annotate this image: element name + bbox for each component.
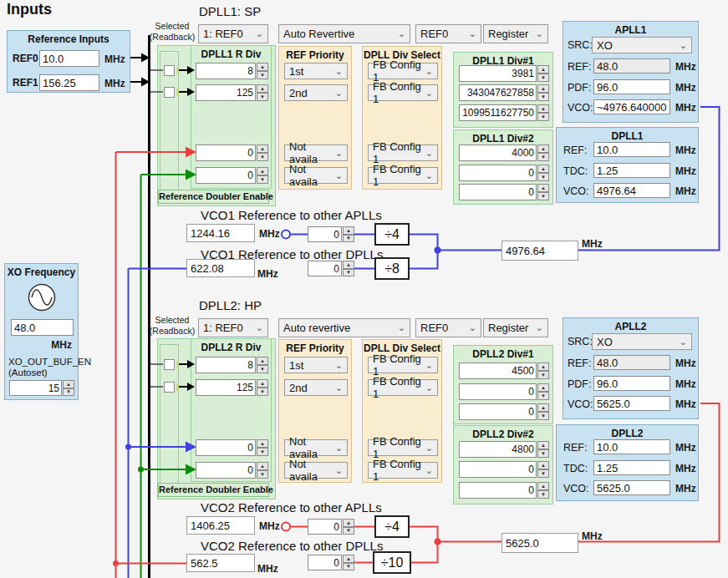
vco2-output-freq[interactable] [501, 533, 578, 553]
spin-up-button[interactable]: ▲ [537, 403, 549, 412]
dpll1-div1-2-value[interactable] [459, 104, 537, 121]
spin-down-button[interactable]: ▼ [257, 365, 268, 373]
dpll1-div1-1-value[interactable] [459, 84, 537, 101]
dpll2-fb-0-select[interactable]: FB Config 1⌄ [368, 357, 438, 373]
dpll2-fb-3-select[interactable]: FB Config 1⌄ [368, 462, 438, 479]
dpll1-div2-0-value[interactable] [459, 144, 537, 161]
vco2-dpll-delay-value[interactable] [308, 555, 342, 570]
dpll1-fb-1-select[interactable]: FB Config 1⌄ [368, 84, 438, 101]
spin-up-button[interactable]: ▲ [537, 482, 549, 490]
dpll1-div1-0-stepper[interactable]: ▲▼ [459, 65, 549, 82]
dpll2-rdiv-1-stepper[interactable]: ▲▼ [196, 379, 268, 396]
spin-up-button[interactable]: ▲ [257, 379, 268, 388]
dpll2-rdiv-2-value[interactable] [196, 439, 256, 456]
vco2-apll-freq[interactable] [186, 516, 255, 535]
dpll1-rdiv-1-value[interactable] [196, 84, 256, 101]
spin-down-button[interactable]: ▼ [343, 235, 354, 243]
apll2-pdf-field[interactable] [593, 376, 670, 391]
dpll1-ref1-doubler-checkbox[interactable] [164, 87, 175, 98]
spin-down-button[interactable]: ▼ [537, 392, 549, 400]
dpll2-div2-2-stepper[interactable]: ▲▼ [459, 482, 549, 499]
dpll1-tdc-field[interactable] [593, 163, 670, 178]
dpll2-mode-select[interactable]: Register ⌄ [483, 318, 548, 337]
spin-down-button[interactable]: ▼ [343, 527, 354, 535]
dpll2-selected-ref-select[interactable]: 1: REF0 ⌄ [198, 318, 268, 337]
spin-down-button[interactable]: ▼ [343, 563, 354, 571]
spin-up-button[interactable]: ▲ [343, 226, 354, 235]
dpll1-priority-1-select[interactable]: 2nd⌄ [284, 84, 348, 101]
dpll2-rdiv-3-stepper[interactable]: ▲▼ [196, 462, 268, 479]
vco1-output-freq[interactable] [501, 241, 578, 261]
spin-up-button[interactable]: ▲ [537, 144, 549, 153]
dpll1-vco-field[interactable] [593, 183, 670, 198]
spin-up-button[interactable]: ▲ [537, 165, 549, 173]
spin-down-button[interactable]: ▼ [257, 388, 268, 396]
vco2-dpll-freq[interactable] [186, 554, 255, 572]
dpll1-priority-2-select[interactable]: Not availa⌄ [284, 144, 348, 161]
vco2-apll-delay-stepper[interactable]: ▲▼ [308, 519, 354, 535]
vco1-apll-delay-stepper[interactable]: ▲▼ [308, 226, 354, 242]
dpll1-div2-0-stepper[interactable]: ▲▼ [459, 144, 549, 161]
vco2-apll-delay-value[interactable] [308, 519, 342, 535]
dpll1-rdiv-1-stepper[interactable]: ▲▼ [196, 84, 268, 101]
dpll2-priority-0-select[interactable]: 1st⌄ [284, 357, 348, 373]
dpll2-div1-1-value[interactable] [459, 383, 537, 400]
spin-up-button[interactable]: ▲ [257, 144, 268, 153]
ref0-freq-input[interactable] [39, 50, 99, 67]
spin-up-button[interactable]: ▲ [343, 261, 354, 269]
spin-down-button[interactable]: ▼ [257, 448, 268, 456]
dpll2-rdiv-3-value[interactable] [196, 462, 256, 479]
spin-down-button[interactable]: ▼ [537, 74, 549, 82]
spin-up-button[interactable]: ▲ [257, 439, 268, 448]
spin-down-button[interactable]: ▼ [537, 93, 549, 101]
dpll2-div1-0-value[interactable] [459, 363, 537, 379]
apll1-src-select[interactable]: XO⌄ [592, 37, 692, 53]
dpll1-rdiv-3-value[interactable] [196, 167, 256, 184]
dpll2-vco-field[interactable] [593, 480, 670, 495]
dpll1-selected-ref-select[interactable]: 1: REF0 ⌄ [198, 24, 268, 43]
spin-up-button[interactable]: ▲ [257, 357, 268, 365]
spin-up-button[interactable]: ▲ [257, 462, 268, 470]
dpll2-ref0-doubler-checkbox[interactable] [164, 359, 175, 370]
spin-up-button[interactable]: ▲ [343, 519, 354, 527]
dpll2-div1-1-stepper[interactable]: ▲▼ [459, 383, 549, 400]
vco1-dpll-delay-stepper[interactable]: ▲▼ [308, 261, 354, 276]
dpll2-rdiv-0-stepper[interactable]: ▲▼ [196, 357, 268, 373]
dpll2-div1-2-stepper[interactable]: ▲▼ [459, 403, 549, 420]
dpll1-rdiv-2-value[interactable] [196, 144, 256, 161]
dpll2-div1-2-value[interactable] [459, 403, 537, 420]
dpll1-fb-3-select[interactable]: FB Config 1⌄ [368, 167, 438, 184]
dpll1-div1-0-value[interactable] [459, 65, 537, 82]
spin-up-button[interactable]: ▲ [537, 65, 549, 74]
dpll2-fb-1-select[interactable]: FB Config 1⌄ [368, 379, 438, 396]
dpll1-mode-select[interactable]: Register ⌄ [483, 24, 548, 43]
dpll2-ref-select[interactable]: REF0 ⌄ [415, 318, 481, 337]
dpll2-div2-1-stepper[interactable]: ▲▼ [459, 461, 549, 478]
dpll2-div2-0-stepper[interactable]: ▲▼ [459, 441, 549, 458]
xo-out-buf-en-stepper[interactable]: ▲▼ [9, 380, 74, 396]
apll2-vco-field[interactable] [593, 396, 670, 411]
dpll2-priority-2-select[interactable]: Not availa⌄ [284, 439, 348, 456]
dpll2-fb-2-select[interactable]: FB Config 1⌄ [368, 439, 438, 456]
dpll2-div2-2-value[interactable] [459, 482, 537, 499]
spin-down-button[interactable]: ▼ [257, 93, 268, 101]
spin-up-button[interactable]: ▲ [537, 383, 549, 392]
dpll1-div2-1-stepper[interactable]: ▲▼ [459, 165, 549, 181]
dpll1-ref-field[interactable] [593, 142, 670, 157]
vco1-dpll-delay-value[interactable] [308, 261, 342, 276]
dpll2-priority-1-select[interactable]: 2nd⌄ [284, 379, 348, 396]
spin-down-button[interactable]: ▼ [63, 388, 74, 397]
spin-up-button[interactable]: ▲ [257, 63, 268, 71]
spin-down-button[interactable]: ▼ [537, 469, 549, 478]
dpll1-ref0-doubler-checkbox[interactable] [164, 65, 175, 76]
dpll1-rdiv-0-stepper[interactable]: ▲▼ [196, 63, 268, 79]
spin-down-button[interactable]: ▼ [257, 153, 268, 161]
spin-down-button[interactable]: ▼ [537, 113, 549, 121]
dpll1-rdiv-2-stepper[interactable]: ▲▼ [196, 144, 268, 161]
vco2-dpll-delay-stepper[interactable]: ▲▼ [308, 555, 354, 570]
dpll2-rdiv-1-value[interactable] [196, 379, 256, 396]
spin-down-button[interactable]: ▼ [537, 371, 549, 379]
spin-up-button[interactable]: ▲ [537, 441, 549, 449]
xo-freq-input[interactable] [11, 319, 74, 336]
spin-down-button[interactable]: ▼ [537, 490, 549, 499]
